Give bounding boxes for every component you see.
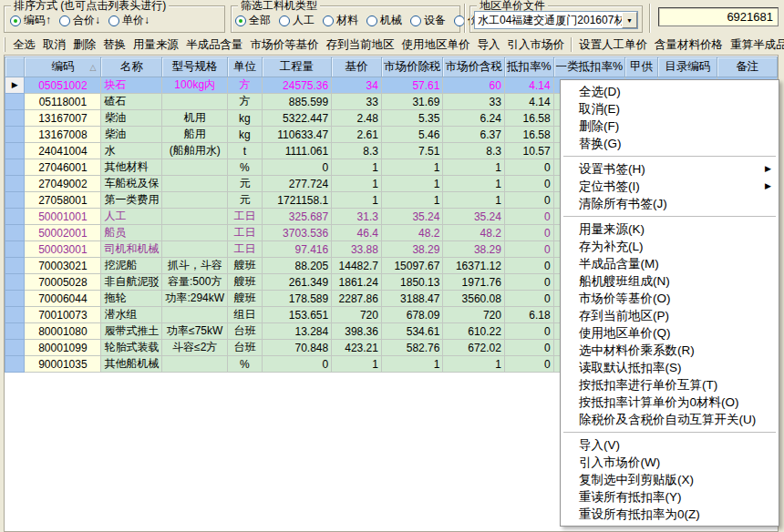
- cell-unit[interactable]: 台班: [228, 323, 263, 340]
- cell-ex_tax[interactable]: 1: [381, 192, 443, 209]
- column-header-9[interactable]: 一类抵扣率%: [553, 57, 625, 77]
- menu-item-1[interactable]: 取消(E): [562, 100, 778, 118]
- menu-item-15[interactable]: 使用地区单价(Q): [562, 324, 778, 342]
- cell-qty[interactable]: 153.651: [262, 307, 331, 323]
- cell-spec[interactable]: [162, 94, 228, 110]
- column-header-6[interactable]: 市场价除税: [381, 57, 443, 77]
- cell-inc_tax[interactable]: 720: [443, 307, 505, 323]
- menu-item-20[interactable]: 除税价及含税价自动互算开关(U): [562, 411, 778, 428]
- cell-ex_tax[interactable]: 1: [381, 159, 443, 176]
- cell-unit[interactable]: 方: [228, 94, 263, 110]
- cell-base[interactable]: 1: [332, 356, 382, 373]
- cell-rate[interactable]: 0: [504, 192, 553, 209]
- toolbar-button-left-4[interactable]: 用量来源: [129, 36, 182, 55]
- cell-qty[interactable]: 277.724: [262, 176, 331, 192]
- menu-item-18[interactable]: 按抵扣率进行单价互算(T): [562, 376, 778, 394]
- cell-base[interactable]: 8.3: [332, 143, 382, 159]
- column-header-10[interactable]: 甲供: [625, 57, 658, 77]
- cell-rate[interactable]: 0: [504, 291, 553, 307]
- cell-base[interactable]: 720: [332, 307, 382, 323]
- menu-item-25[interactable]: 重读所有抵扣率(Y): [562, 488, 778, 506]
- menu-item-22[interactable]: 导入(V): [562, 436, 778, 454]
- cell-unit[interactable]: 元: [228, 176, 263, 192]
- filter-option-3[interactable]: 机械: [366, 13, 402, 28]
- cell-unit[interactable]: t: [228, 143, 263, 159]
- cell-inc_tax[interactable]: 33: [443, 94, 505, 110]
- cell-name[interactable]: 柴油: [101, 110, 162, 127]
- cell-ex_tax[interactable]: 1850.13: [381, 274, 443, 291]
- menu-item-3[interactable]: 替换(G): [562, 135, 778, 152]
- cell-base[interactable]: 423.21: [332, 340, 382, 356]
- cell-code[interactable]: 70006044: [25, 291, 101, 307]
- filter-option-2[interactable]: 材料: [323, 13, 358, 28]
- cell-name[interactable]: 轮胎式装载: [101, 340, 162, 356]
- cell-qty[interactable]: 885.599: [262, 94, 331, 110]
- cell-unit[interactable]: 艘班: [228, 291, 263, 307]
- cell-unit[interactable]: %: [228, 356, 263, 373]
- cell-spec[interactable]: 功率:294kW: [162, 291, 228, 307]
- column-header-5[interactable]: 基价: [332, 57, 382, 77]
- cell-qty[interactable]: 3703.536: [262, 225, 331, 241]
- menu-item-26[interactable]: 重设所有抵扣率为0(Z): [562, 506, 778, 523]
- toolbar-button-right-0[interactable]: 设置人工单价: [575, 36, 651, 55]
- cell-name[interactable]: 柴油: [101, 127, 162, 143]
- cell-inc_tax[interactable]: 16371.12: [443, 258, 505, 274]
- filter-option-1[interactable]: 人工: [279, 13, 315, 28]
- cell-code[interactable]: 50001001: [25, 209, 101, 225]
- cell-name[interactable]: 船员: [101, 225, 162, 241]
- cell-qty[interactable]: 24575.36: [262, 77, 331, 94]
- cell-unit[interactable]: 组日: [228, 307, 263, 323]
- cell-spec[interactable]: [162, 176, 228, 192]
- cell-unit[interactable]: 工日: [228, 209, 263, 225]
- cell-ex_tax[interactable]: 5.35: [381, 110, 443, 127]
- toolbar-button-left-2[interactable]: 删除: [69, 36, 99, 55]
- column-header-2[interactable]: 型号规格: [162, 57, 228, 77]
- menu-item-11[interactable]: 半成品含量(M): [562, 255, 778, 272]
- cell-rate[interactable]: 0: [504, 176, 553, 192]
- menu-item-0[interactable]: 全选(D): [562, 83, 778, 100]
- cell-unit[interactable]: 艘班: [228, 274, 263, 291]
- cell-spec[interactable]: 机用: [162, 110, 228, 127]
- cell-base[interactable]: 2.48: [332, 110, 382, 127]
- cell-name[interactable]: 车船税及保: [101, 176, 162, 192]
- cell-inc_tax[interactable]: 1: [443, 192, 505, 209]
- cell-base[interactable]: 398.36: [332, 323, 382, 340]
- cell-inc_tax[interactable]: 6.24: [443, 110, 505, 127]
- cell-spec[interactable]: [162, 209, 228, 225]
- cell-rate[interactable]: 0: [504, 241, 553, 258]
- cell-ex_tax[interactable]: 48.2: [381, 225, 443, 241]
- menu-item-24[interactable]: 复制选中到剪贴版(X): [562, 471, 778, 488]
- cell-ex_tax[interactable]: 57.61: [381, 77, 443, 94]
- cell-code[interactable]: 05118001: [25, 94, 101, 110]
- cell-name[interactable]: 拖轮: [101, 291, 162, 307]
- cell-spec[interactable]: 抓斗，斗容: [162, 258, 228, 274]
- cell-code[interactable]: 50003001: [25, 241, 101, 258]
- cell-ex_tax[interactable]: 1: [381, 356, 443, 373]
- cell-rate[interactable]: 0: [504, 159, 553, 176]
- menu-item-7[interactable]: 清除所有书签(J): [562, 195, 778, 212]
- cell-qty[interactable]: 5322.447: [262, 110, 331, 127]
- cell-qty[interactable]: 325.687: [262, 209, 331, 225]
- cell-base[interactable]: 34: [332, 77, 382, 94]
- cell-unit[interactable]: 方: [228, 77, 263, 94]
- cell-code[interactable]: 80001099: [25, 340, 101, 356]
- cell-qty[interactable]: 88.205: [262, 258, 331, 274]
- cell-unit[interactable]: 艘班: [228, 258, 263, 274]
- cell-code[interactable]: 05051002: [25, 77, 101, 94]
- cell-rate[interactable]: 0: [504, 209, 553, 225]
- menu-item-23[interactable]: 引入市场价(W): [562, 454, 778, 471]
- cell-inc_tax[interactable]: 48.2: [443, 225, 505, 241]
- menu-item-6[interactable]: 定位书签(I)▶: [562, 178, 778, 195]
- cell-name[interactable]: 非自航泥驳: [101, 274, 162, 291]
- cell-base[interactable]: 1: [332, 192, 382, 209]
- sort-option-1[interactable]: 合价↓: [59, 13, 100, 28]
- cell-spec[interactable]: 功率≤75kW: [162, 323, 228, 340]
- cell-code[interactable]: 27046001: [25, 159, 101, 176]
- cell-name[interactable]: 人工: [101, 209, 162, 225]
- cell-rate[interactable]: 0: [504, 356, 553, 373]
- cell-spec[interactable]: 斗容≤2方: [162, 340, 228, 356]
- cell-unit[interactable]: 元: [228, 192, 263, 209]
- cell-base[interactable]: 31.3: [332, 209, 382, 225]
- cell-unit[interactable]: 台班: [228, 340, 263, 356]
- menu-item-5[interactable]: 设置书签(H)▶: [562, 160, 778, 178]
